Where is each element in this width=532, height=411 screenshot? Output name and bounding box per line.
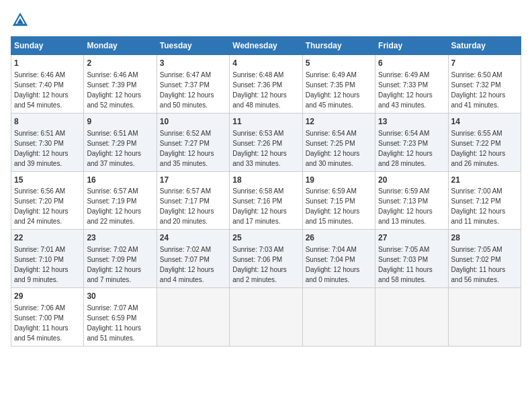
calendar-day-cell: 7 Sunrise: 6:50 AMSunset: 7:32 PMDayligh… (448, 55, 521, 113)
day-number: 1 (14, 58, 81, 69)
day-number: 4 (232, 58, 299, 69)
calendar-day-cell: 11 Sunrise: 6:53 AMSunset: 7:26 PMDaylig… (230, 113, 302, 171)
day-info: Sunrise: 6:48 AMSunset: 7:36 PMDaylight:… (232, 71, 287, 109)
calendar-day-cell: 25 Sunrise: 7:03 AMSunset: 7:06 PMDaylig… (230, 230, 302, 288)
calendar-day-cell: 21 Sunrise: 7:00 AMSunset: 7:12 PMDaylig… (448, 171, 521, 230)
day-number: 12 (306, 116, 372, 128)
day-info: Sunrise: 6:54 AMSunset: 7:25 PMDaylight:… (306, 130, 360, 167)
day-number: 10 (160, 116, 226, 128)
day-number: 6 (378, 58, 445, 69)
day-info: Sunrise: 6:49 AMSunset: 7:33 PMDaylight:… (378, 71, 433, 109)
day-info: Sunrise: 7:04 AMSunset: 7:04 PMDaylight:… (306, 246, 360, 283)
day-info: Sunrise: 6:56 AMSunset: 7:20 PMDaylight:… (14, 187, 69, 225)
day-number: 26 (306, 232, 372, 244)
day-number: 14 (451, 116, 518, 128)
day-number: 7 (451, 58, 518, 69)
calendar-day-cell (157, 288, 229, 347)
calendar-day-cell: 10 Sunrise: 6:52 AMSunset: 7:27 PMDaylig… (157, 113, 229, 171)
calendar-day-cell: 28 Sunrise: 7:05 AMSunset: 7:02 PMDaylig… (448, 230, 521, 288)
day-number: 23 (87, 232, 153, 244)
calendar-day-cell (448, 288, 521, 347)
calendar-day-cell: 13 Sunrise: 6:54 AMSunset: 7:23 PMDaylig… (375, 113, 448, 171)
logo (11, 11, 32, 30)
calendar-day-cell: 27 Sunrise: 7:05 AMSunset: 7:03 PMDaylig… (375, 230, 448, 288)
day-info: Sunrise: 6:49 AMSunset: 7:35 PMDaylight:… (306, 71, 360, 109)
calendar-day-cell (302, 288, 375, 347)
calendar-day-cell: 29 Sunrise: 7:06 AMSunset: 7:00 PMDaylig… (11, 288, 84, 347)
day-number: 21 (451, 175, 518, 186)
day-info: Sunrise: 6:52 AMSunset: 7:27 PMDaylight:… (160, 130, 214, 167)
calendar-day-cell: 23 Sunrise: 7:02 AMSunset: 7:09 PMDaylig… (84, 230, 157, 288)
day-info: Sunrise: 7:02 AMSunset: 7:09 PMDaylight:… (87, 246, 141, 283)
day-info: Sunrise: 7:03 AMSunset: 7:06 PMDaylight:… (232, 246, 287, 283)
calendar-day-cell (230, 288, 302, 347)
day-info: Sunrise: 6:51 AMSunset: 7:30 PMDaylight:… (14, 130, 69, 167)
day-info: Sunrise: 6:54 AMSunset: 7:23 PMDaylight:… (378, 130, 433, 167)
day-number: 24 (160, 232, 226, 244)
calendar-week-row: 1 Sunrise: 6:46 AMSunset: 7:40 PMDayligh… (11, 55, 521, 113)
calendar-day-cell: 5 Sunrise: 6:49 AMSunset: 7:35 PMDayligh… (302, 55, 375, 113)
calendar-day-cell: 22 Sunrise: 7:01 AMSunset: 7:10 PMDaylig… (11, 230, 84, 288)
day-info: Sunrise: 7:02 AMSunset: 7:07 PMDaylight:… (160, 246, 214, 283)
calendar-day-cell: 6 Sunrise: 6:49 AMSunset: 7:33 PMDayligh… (375, 55, 448, 113)
day-info: Sunrise: 6:57 AMSunset: 7:17 PMDaylight:… (160, 187, 214, 225)
day-number: 20 (378, 175, 445, 186)
logo-icon (11, 11, 30, 30)
weekday-header-thursday: Thursday (302, 37, 375, 55)
weekday-header-friday: Friday (375, 37, 448, 55)
weekday-header-tuesday: Tuesday (157, 37, 229, 55)
day-number: 17 (160, 175, 226, 186)
day-number: 18 (232, 175, 299, 186)
day-info: Sunrise: 6:55 AMSunset: 7:22 PMDaylight:… (451, 130, 506, 167)
calendar-week-row: 29 Sunrise: 7:06 AMSunset: 7:00 PMDaylig… (11, 288, 521, 347)
day-number: 3 (160, 58, 226, 69)
weekday-header-wednesday: Wednesday (230, 37, 302, 55)
day-number: 30 (87, 291, 153, 302)
day-number: 22 (14, 232, 81, 244)
weekday-header-saturday: Saturday (448, 37, 521, 55)
day-info: Sunrise: 6:46 AMSunset: 7:39 PMDaylight:… (87, 71, 141, 109)
day-number: 25 (232, 232, 299, 244)
calendar-day-cell: 30 Sunrise: 7:07 AMSunset: 6:59 PMDaylig… (84, 288, 157, 347)
day-number: 15 (14, 175, 81, 186)
day-info: Sunrise: 7:05 AMSunset: 7:03 PMDaylight:… (378, 246, 433, 283)
day-number: 2 (87, 58, 153, 69)
calendar-day-cell: 2 Sunrise: 6:46 AMSunset: 7:39 PMDayligh… (84, 55, 157, 113)
calendar-week-row: 8 Sunrise: 6:51 AMSunset: 7:30 PMDayligh… (11, 113, 521, 171)
calendar-day-cell: 15 Sunrise: 6:56 AMSunset: 7:20 PMDaylig… (11, 171, 84, 230)
day-info: Sunrise: 7:00 AMSunset: 7:12 PMDaylight:… (451, 187, 506, 225)
day-info: Sunrise: 6:47 AMSunset: 7:37 PMDaylight:… (160, 71, 214, 109)
weekday-header-row: SundayMondayTuesdayWednesdayThursdayFrid… (11, 37, 521, 55)
day-info: Sunrise: 7:05 AMSunset: 7:02 PMDaylight:… (451, 246, 506, 283)
calendar-day-cell: 16 Sunrise: 6:57 AMSunset: 7:19 PMDaylig… (84, 171, 157, 230)
calendar-day-cell: 8 Sunrise: 6:51 AMSunset: 7:30 PMDayligh… (11, 113, 84, 171)
calendar-day-cell: 19 Sunrise: 6:59 AMSunset: 7:15 PMDaylig… (302, 171, 375, 230)
day-number: 28 (451, 232, 518, 244)
day-info: Sunrise: 6:53 AMSunset: 7:26 PMDaylight:… (232, 130, 287, 167)
day-number: 9 (87, 116, 153, 128)
day-info: Sunrise: 7:06 AMSunset: 7:00 PMDaylight:… (14, 304, 69, 342)
day-info: Sunrise: 6:50 AMSunset: 7:32 PMDaylight:… (451, 71, 506, 109)
weekday-header-monday: Monday (84, 37, 157, 55)
day-info: Sunrise: 7:07 AMSunset: 6:59 PMDaylight:… (87, 304, 141, 342)
day-info: Sunrise: 6:57 AMSunset: 7:19 PMDaylight:… (87, 187, 141, 225)
calendar-day-cell: 18 Sunrise: 6:58 AMSunset: 7:16 PMDaylig… (230, 171, 302, 230)
day-number: 5 (306, 58, 372, 69)
calendar-day-cell: 12 Sunrise: 6:54 AMSunset: 7:25 PMDaylig… (302, 113, 375, 171)
day-number: 16 (87, 175, 153, 186)
day-info: Sunrise: 7:01 AMSunset: 7:10 PMDaylight:… (14, 246, 69, 283)
day-info: Sunrise: 6:58 AMSunset: 7:16 PMDaylight:… (232, 187, 287, 225)
calendar-day-cell: 26 Sunrise: 7:04 AMSunset: 7:04 PMDaylig… (302, 230, 375, 288)
day-number: 13 (378, 116, 445, 128)
day-number: 11 (232, 116, 299, 128)
calendar-day-cell: 20 Sunrise: 6:59 AMSunset: 7:13 PMDaylig… (375, 171, 448, 230)
calendar-day-cell: 1 Sunrise: 6:46 AMSunset: 7:40 PMDayligh… (11, 55, 84, 113)
day-number: 29 (14, 291, 81, 302)
calendar-table: SundayMondayTuesdayWednesdayThursdayFrid… (11, 36, 521, 347)
calendar-day-cell: 4 Sunrise: 6:48 AMSunset: 7:36 PMDayligh… (230, 55, 302, 113)
calendar-week-row: 22 Sunrise: 7:01 AMSunset: 7:10 PMDaylig… (11, 230, 521, 288)
day-info: Sunrise: 6:59 AMSunset: 7:13 PMDaylight:… (378, 187, 433, 225)
day-info: Sunrise: 6:51 AMSunset: 7:29 PMDaylight:… (87, 130, 141, 167)
weekday-header-sunday: Sunday (11, 37, 84, 55)
calendar-day-cell: 3 Sunrise: 6:47 AMSunset: 7:37 PMDayligh… (157, 55, 229, 113)
